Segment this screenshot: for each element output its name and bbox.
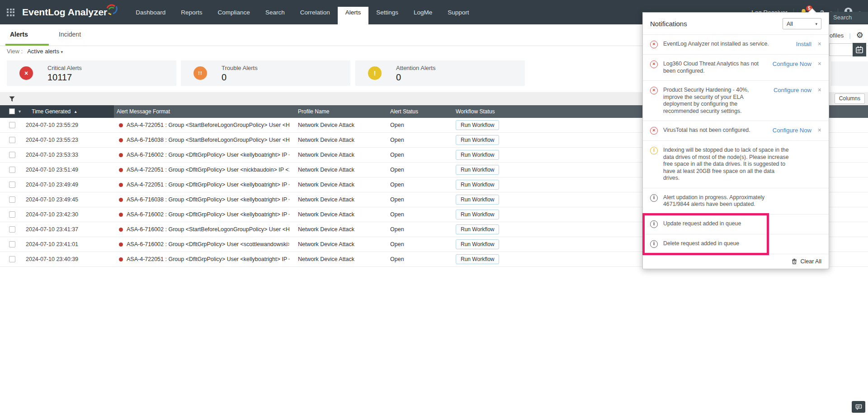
run-workflow-button[interactable]: Run Workflow [456, 224, 499, 234]
view-dropdown[interactable]: Active alerts ▾ [27, 48, 63, 55]
cell-profile: Network Device Attack [298, 222, 354, 237]
tab-incident[interactable]: Incident [54, 24, 85, 46]
cell-time: 2024-07-10 23:55:23 [26, 133, 78, 147]
cell-profile: Network Device Attack [298, 133, 354, 147]
cell-message[interactable]: ASA-6-716002 : Group <DfltGrpPolicy> Use… [127, 148, 289, 162]
notifications-panel: Notifications All ▾ × EventLog Analyzer … [642, 12, 829, 269]
error-icon: × [650, 61, 658, 68]
row-checkbox[interactable] [9, 226, 15, 233]
info-icon: i [650, 240, 658, 248]
trouble-alerts-card[interactable]: !! Trouble Alerts 0 [181, 61, 350, 86]
nav-item-reports[interactable]: Reports [173, 0, 210, 24]
severity-dot-icon [119, 168, 123, 172]
card-label: Critical Alerts [47, 65, 82, 71]
columns-button[interactable]: Columns [835, 93, 865, 104]
row-checkbox[interactable] [9, 256, 15, 262]
cell-message[interactable]: ASA-6-716002 : Group <DfltGrpPolicy> Use… [127, 207, 289, 222]
run-workflow-button[interactable]: Run Workflow [456, 254, 499, 264]
cell-message[interactable]: ASA-6-716002 : Group <StartBeforeLogonGr… [127, 222, 289, 237]
chevron-down-icon: ▾ [815, 22, 817, 26]
column-header-alert-status[interactable]: Alert Status [390, 105, 418, 118]
run-workflow-button[interactable]: Run Workflow [456, 120, 499, 130]
select-all-checkbox[interactable] [9, 108, 15, 114]
column-header-profile-name[interactable]: Profile Name [298, 105, 329, 118]
cell-message[interactable]: ASA-4-722051 : Group <DfltGrpPolicy> Use… [127, 177, 289, 192]
alert-search-input-fragment[interactable] [829, 43, 853, 56]
nav-item-alerts[interactable]: Alerts [338, 0, 369, 24]
cell-profile: Network Device Attack [298, 118, 354, 132]
column-header-workflow-status[interactable]: Workflow Status [456, 105, 495, 118]
severity-dot-icon [119, 123, 123, 127]
run-workflow-button[interactable]: Run Workflow [456, 210, 499, 219]
attention-alerts-card[interactable]: ! Attention Alerts 0 [355, 61, 525, 86]
install-link[interactable]: Install [796, 41, 811, 47]
run-workflow-button[interactable]: Run Workflow [456, 195, 499, 205]
critical-alerts-card[interactable]: × Critical Alerts 10117 [7, 61, 176, 86]
close-icon[interactable]: × [818, 87, 821, 93]
cell-message[interactable]: ASA-6-716038 : Group <StartBeforeLogonGr… [127, 133, 289, 147]
run-workflow-button[interactable]: Run Workflow [456, 135, 499, 145]
cell-status: Open [390, 237, 404, 252]
row-checkbox[interactable] [9, 167, 15, 173]
row-checkbox[interactable] [9, 137, 15, 143]
cell-message[interactable]: ASA-4-722051 : Group <DfltGrpPolicy> Use… [127, 252, 289, 266]
row-checkbox[interactable] [9, 182, 15, 188]
divider: | [849, 32, 851, 39]
cell-status: Open [390, 252, 404, 266]
cell-status: Open [390, 148, 404, 162]
checkbox-menu-caret-icon[interactable]: ▾ [19, 105, 21, 118]
cell-time: 2024-07-10 23:40:39 [26, 252, 78, 266]
apps-grid-icon[interactable] [7, 9, 14, 16]
cell-message[interactable]: ASA-4-722051 : Group <DfltGrpPolicy> Use… [127, 163, 289, 177]
column-header-alert-message[interactable]: Alert Message Format [117, 105, 170, 118]
run-workflow-button[interactable]: Run Workflow [456, 150, 499, 160]
run-workflow-button[interactable]: Run Workflow [456, 239, 499, 249]
nav-item-search[interactable]: Search [258, 0, 292, 24]
cell-time: 2024-07-10 23:49:45 [26, 192, 78, 207]
nav-item-settings[interactable]: Settings [368, 0, 406, 24]
row-checkbox[interactable] [9, 122, 15, 128]
nav-item-compliance[interactable]: Compliance [210, 0, 258, 24]
gear-icon[interactable]: ⚙ [856, 30, 863, 40]
nav-item-support[interactable]: Support [440, 0, 476, 24]
feedback-chat-button[interactable] [852, 401, 865, 413]
calendar-button[interactable] [853, 43, 866, 56]
profiles-partial-text[interactable]: ofiles [830, 32, 844, 39]
filter-funnel-icon[interactable] [9, 96, 15, 104]
nav-item-correlation[interactable]: Correlation [292, 0, 338, 24]
tab-alerts[interactable]: Alerts [5, 24, 49, 46]
row-checkbox[interactable] [9, 241, 15, 247]
card-value: 0 [222, 72, 226, 83]
notification-text: EventLog Analyzer not installed as servi… [663, 41, 791, 48]
cell-time: 2024-07-10 23:51:49 [26, 163, 78, 177]
nav-item-dashboard[interactable]: Dashboard [128, 0, 173, 24]
row-checkbox[interactable] [9, 152, 15, 158]
cell-profile: Network Device Attack [298, 237, 354, 252]
notifications-filter-dropdown[interactable]: All ▾ [783, 18, 821, 29]
clear-all-button[interactable]: Clear All [643, 254, 829, 269]
cell-message[interactable]: ASA-6-716038 : Group <DfltGrpPolicy> Use… [127, 192, 289, 207]
notification-text: VirusTotal has not been configured. [663, 127, 767, 134]
run-workflow-button[interactable]: Run Workflow [456, 180, 499, 190]
cell-message[interactable]: ASA-4-722051 : Group <StartBeforeLogonGr… [127, 118, 289, 132]
severity-dot-icon [119, 138, 123, 142]
main-nav: Dashboard Reports Compliance Search Corr… [128, 0, 476, 24]
configure-now-link[interactable]: Configure now [774, 87, 811, 93]
column-header-time-generated[interactable]: Time Generated▲ [32, 105, 77, 118]
nav-item-logme[interactable]: LogMe [406, 0, 440, 24]
close-icon[interactable]: × [818, 61, 821, 67]
global-search-input[interactable]: Search [829, 12, 868, 23]
cell-message[interactable]: ASA-6-716002 : Group <DfltGrpPolicy> Use… [127, 237, 289, 252]
cell-status: Open [390, 222, 404, 237]
configure-now-link[interactable]: Configure Now [773, 61, 811, 67]
close-icon[interactable]: × [818, 41, 821, 47]
cell-status: Open [390, 177, 404, 192]
configure-now-link[interactable]: Configure Now [773, 127, 811, 134]
view-dropdown-value: Active alerts [27, 48, 59, 55]
notification-item: × Log360 Cloud Threat Analytics has not … [643, 54, 829, 80]
run-workflow-button[interactable]: Run Workflow [456, 165, 499, 175]
row-checkbox[interactable] [9, 196, 15, 203]
logo-swoosh-icon [104, 2, 118, 18]
row-checkbox[interactable] [9, 211, 15, 218]
close-icon[interactable]: × [818, 127, 821, 134]
